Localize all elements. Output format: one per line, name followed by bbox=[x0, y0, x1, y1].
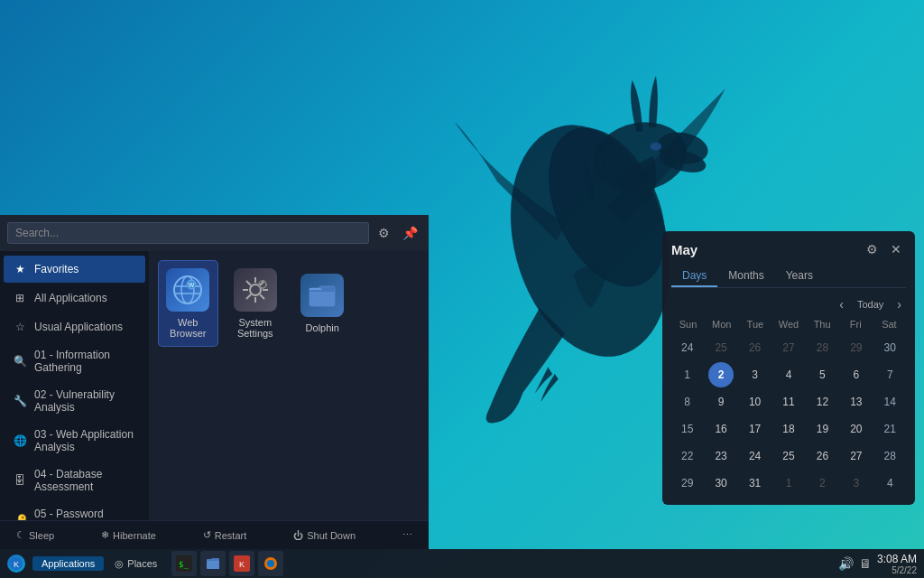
web-browser-label: Web Browser bbox=[162, 317, 214, 339]
calendar-day[interactable]: 26 bbox=[743, 335, 768, 360]
calendar-day[interactable]: 8 bbox=[675, 389, 700, 415]
calendar-day[interactable]: 2 bbox=[708, 362, 734, 387]
day-header-thu: Thu bbox=[806, 317, 839, 331]
app-item-system-settings[interactable]: System Settings bbox=[226, 260, 286, 347]
menu-sidebar: ★ Favorites ⊞ All Applications ☆ Usual A… bbox=[0, 251, 149, 520]
calendar-day[interactable]: 30 bbox=[708, 471, 734, 496]
calendar-day[interactable]: 12 bbox=[809, 389, 835, 415]
calendar-day[interactable]: 25 bbox=[776, 443, 801, 469]
calendar-day[interactable]: 5 bbox=[809, 362, 835, 387]
pin-icon[interactable]: 📌 bbox=[399, 224, 421, 242]
calendar-day[interactable]: 14 bbox=[877, 389, 902, 415]
calendar-close-button[interactable]: ✕ bbox=[886, 240, 906, 258]
system-settings-label: System Settings bbox=[229, 317, 282, 339]
calendar-day[interactable]: 13 bbox=[844, 389, 869, 415]
calendar-day[interactable]: 29 bbox=[675, 471, 700, 496]
calendar-day[interactable]: 27 bbox=[844, 443, 869, 469]
more-options-button[interactable]: ⋯ bbox=[397, 527, 418, 544]
kali-logo-taskbar-button[interactable]: K bbox=[229, 551, 254, 576]
calendar-day[interactable]: 6 bbox=[844, 362, 869, 387]
restart-button[interactable]: ↺ Restart bbox=[198, 527, 252, 544]
current-date: 5/2/22 bbox=[877, 565, 917, 575]
firefox-taskbar-button[interactable] bbox=[258, 551, 283, 576]
restart-icon: ↺ bbox=[203, 529, 211, 541]
terminal-taskbar-button[interactable]: $_ bbox=[171, 551, 197, 576]
calendar-day[interactable]: 18 bbox=[776, 416, 801, 442]
calendar-day[interactable]: 31 bbox=[743, 471, 768, 496]
calendar-day[interactable]: 26 bbox=[809, 443, 835, 469]
applications-menu-button[interactable]: Applications bbox=[32, 556, 104, 571]
restart-label: Restart bbox=[215, 530, 246, 541]
calendar-day[interactable]: 23 bbox=[708, 443, 734, 469]
calendar-view-tabs: Days Months Years bbox=[671, 266, 906, 288]
filter-icon[interactable]: ⚙ bbox=[374, 224, 393, 242]
sidebar-item-all-applications[interactable]: ⊞ All Applications bbox=[4, 284, 145, 312]
calendar-day[interactable]: 24 bbox=[675, 335, 700, 360]
system-tray: 🔊 🖥 bbox=[838, 556, 872, 571]
calendar-day[interactable]: 30 bbox=[877, 335, 902, 360]
hibernate-button[interactable]: ❄ Hibernate bbox=[96, 527, 162, 544]
sidebar-item-vuln-analysis[interactable]: 🔧 02 - Vulnerability Analysis bbox=[4, 382, 145, 420]
calendar-next-button[interactable]: › bbox=[892, 295, 906, 313]
calendar-day[interactable]: 3 bbox=[743, 362, 768, 387]
search-input[interactable] bbox=[7, 222, 369, 244]
shutdown-button[interactable]: ⏻ Shut Down bbox=[288, 527, 361, 544]
network-icon[interactable]: 🖥 bbox=[859, 556, 872, 571]
calendar-day[interactable]: 4 bbox=[776, 362, 801, 387]
taskbar-left: K Applications ◎ Places $_ bbox=[0, 551, 283, 576]
kali-menu-icon[interactable]: K bbox=[4, 551, 29, 576]
terminal-icon: $_ bbox=[176, 555, 192, 572]
info-gathering-icon: 🔍 bbox=[13, 354, 27, 368]
calendar-day[interactable]: 20 bbox=[844, 416, 869, 442]
calendar-day[interactable]: 11 bbox=[776, 389, 801, 415]
places-menu-button[interactable]: ◎ Places bbox=[107, 556, 164, 572]
sidebar-item-web-app[interactable]: 🌐 03 - Web Application Analysis bbox=[4, 422, 145, 460]
calendar-today-button[interactable]: Today bbox=[852, 297, 889, 312]
hibernate-icon: ❄ bbox=[101, 529, 109, 541]
day-header-wed: Wed bbox=[772, 317, 805, 331]
files-taskbar-button[interactable] bbox=[200, 551, 226, 576]
sidebar-item-favorites[interactable]: ★ Favorites bbox=[4, 256, 145, 283]
calendar-day[interactable]: 16 bbox=[708, 416, 734, 442]
calendar-day[interactable]: 9 bbox=[708, 389, 734, 415]
sleep-button[interactable]: ☾ Sleep bbox=[11, 527, 60, 544]
sidebar-item-usual-applications[interactable]: ☆ Usual Applications bbox=[4, 313, 145, 340]
sidebar-item-info-gathering[interactable]: 🔍 01 - Information Gathering bbox=[4, 342, 145, 380]
calendar-day[interactable]: 28 bbox=[877, 443, 902, 469]
calendar-day[interactable]: 19 bbox=[809, 416, 835, 442]
calendar-day[interactable]: 10 bbox=[743, 389, 768, 415]
calendar-day[interactable]: 22 bbox=[675, 443, 700, 469]
svg-text:K: K bbox=[239, 560, 245, 569]
calendar-day[interactable]: 27 bbox=[776, 335, 801, 360]
calendar-day[interactable]: 2 bbox=[809, 471, 835, 496]
kali-dragon-small: K bbox=[9, 556, 23, 571]
svg-line-20 bbox=[246, 294, 251, 299]
clock[interactable]: 3:08 AM 5/2/22 bbox=[877, 553, 917, 575]
sidebar-item-database[interactable]: 🗄 04 - Database Assessment bbox=[4, 461, 145, 499]
calendar-day[interactable]: 1 bbox=[776, 471, 801, 496]
calendar-settings-button[interactable]: ⚙ bbox=[862, 240, 882, 258]
calendar-day[interactable]: 28 bbox=[809, 335, 835, 360]
calendar-day[interactable]: 4 bbox=[877, 471, 902, 496]
cal-tab-years[interactable]: Years bbox=[775, 266, 824, 287]
volume-icon[interactable]: 🔊 bbox=[838, 556, 854, 571]
calendar-day[interactable]: 25 bbox=[708, 335, 734, 360]
calendar-day[interactable]: 29 bbox=[844, 335, 869, 360]
calendar-day[interactable]: 1 bbox=[675, 362, 700, 387]
calendar-day[interactable]: 17 bbox=[743, 416, 768, 442]
cal-tab-months[interactable]: Months bbox=[717, 266, 774, 287]
svg-line-17 bbox=[246, 281, 251, 285]
menu-footer: ☾ Sleep ❄ Hibernate ↺ Restart ⏻ Shut Dow… bbox=[0, 520, 429, 549]
calendar-day[interactable]: 7 bbox=[877, 362, 902, 387]
app-item-dolphin[interactable]: Dolphin bbox=[292, 260, 353, 347]
sidebar-item-password[interactable]: 🔑 05 - Password Attacks bbox=[4, 501, 145, 520]
password-icon: 🔑 bbox=[13, 513, 27, 520]
svg-text:W: W bbox=[189, 282, 195, 288]
calendar-day[interactable]: 3 bbox=[844, 471, 869, 496]
calendar-day[interactable]: 21 bbox=[877, 416, 902, 442]
calendar-day[interactable]: 15 bbox=[675, 416, 700, 442]
calendar-day[interactable]: 24 bbox=[743, 443, 768, 469]
app-item-web-browser[interactable]: W Web Browser bbox=[158, 260, 218, 347]
cal-tab-days[interactable]: Days bbox=[671, 266, 717, 287]
calendar-prev-button[interactable]: ‹ bbox=[835, 295, 848, 313]
